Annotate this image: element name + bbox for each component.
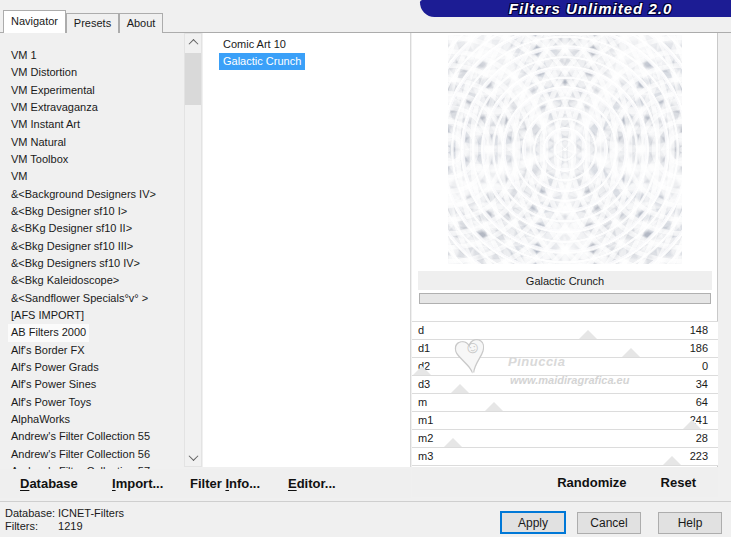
category-item[interactable]: AB Filters 2000 xyxy=(8,324,89,341)
tab-bar: Navigator Presets About Filters Unlimite… xyxy=(0,0,731,33)
filter-item[interactable]: Galactic Crunch xyxy=(219,53,305,70)
param-value: 148 xyxy=(690,324,708,336)
param-slider-row[interactable]: m64 xyxy=(412,394,718,412)
slider-thumb[interactable] xyxy=(444,438,462,447)
scrollbar-thumb[interactable] xyxy=(185,53,201,105)
param-slider-row[interactable]: d1186 xyxy=(412,340,718,358)
category-item[interactable]: VM xyxy=(8,168,31,185)
tab-navigator[interactable]: Navigator xyxy=(3,10,66,33)
preview-panel: Galactic Crunch d148d1186d20d334m64m1241… xyxy=(412,33,718,467)
status-filters-value: 1219 xyxy=(58,520,82,532)
status-filters-label: Filters: xyxy=(5,520,55,532)
param-slider-row[interactable]: d148 xyxy=(412,322,718,340)
status-bar: Database: ICNET-Filters Filters: 1219 Ap… xyxy=(0,502,731,537)
category-item[interactable]: Alf's Border FX xyxy=(8,342,88,359)
category-item[interactable]: Alf's Power Sines xyxy=(8,376,99,393)
chevron-down-icon xyxy=(188,451,198,461)
app-title: Filters Unlimited 2.0 xyxy=(509,0,673,17)
status-database: Database: ICNET-Filters xyxy=(5,507,124,519)
slider-thumb[interactable] xyxy=(485,402,503,411)
category-item[interactable]: Alf's Power Grads xyxy=(8,359,102,376)
param-name: d xyxy=(418,324,424,336)
param-name: d1 xyxy=(418,342,430,354)
category-item[interactable]: VM Natural xyxy=(8,134,69,151)
slider-thumb[interactable] xyxy=(683,420,701,429)
param-value: 0 xyxy=(702,360,708,372)
param-slider-row[interactable]: m3223 xyxy=(412,448,718,466)
category-item[interactable]: VM Distortion xyxy=(8,64,80,81)
chevron-up-icon xyxy=(188,39,198,49)
cancel-button[interactable]: Cancel xyxy=(577,512,641,534)
category-item[interactable]: &<Bkg Kaleidoscope> xyxy=(8,272,122,289)
status-database-value: ICNET-Filters xyxy=(58,507,124,519)
filter-info-button[interactable]: Filter Info... xyxy=(190,476,260,491)
category-item[interactable]: Alf's Power Toys xyxy=(8,394,94,411)
category-item[interactable]: &<Sandflower Specials°v° > xyxy=(8,290,151,307)
tab-about[interactable]: About xyxy=(119,13,163,33)
param-value: 34 xyxy=(696,378,708,390)
category-item[interactable]: VM Instant Art xyxy=(8,116,83,133)
category-item[interactable]: VM Extravaganza xyxy=(8,99,101,116)
apply-button[interactable]: Apply xyxy=(500,511,566,534)
param-name: m2 xyxy=(418,432,433,444)
help-button[interactable]: Help xyxy=(658,512,722,534)
category-item[interactable]: VM Experimental xyxy=(8,82,98,99)
slider-thumb[interactable] xyxy=(579,330,597,339)
category-item[interactable]: VM Toolbox xyxy=(8,151,71,168)
import-button[interactable]: Import... xyxy=(112,476,163,491)
category-item[interactable]: &<Bkg Designer sf10 III> xyxy=(8,238,136,255)
reset-button[interactable]: Reset xyxy=(661,475,696,490)
slider-thumb[interactable] xyxy=(413,366,431,375)
param-value: 186 xyxy=(690,342,708,354)
param-name: m xyxy=(418,396,427,408)
slider-thumb[interactable] xyxy=(622,348,640,357)
scroll-up-button[interactable] xyxy=(185,34,201,51)
preview-image xyxy=(448,35,682,264)
param-name: m1 xyxy=(418,414,433,426)
category-item[interactable]: &<BKg Designer sf10 II> xyxy=(8,220,135,237)
filter-list: Comic Art 10Galactic Crunch xyxy=(203,33,411,467)
category-item[interactable]: Andrew's Filter Collection 56 xyxy=(8,446,153,463)
param-value: 28 xyxy=(696,432,708,444)
randomize-row: Randomize Reset xyxy=(412,467,718,497)
status-filters: Filters: 1219 xyxy=(5,520,83,532)
category-item[interactable]: &<Bkg Designer sf10 I> xyxy=(8,203,130,220)
category-item[interactable]: VM 1 xyxy=(8,47,40,64)
title-banner: Filters Unlimited 2.0 xyxy=(420,0,731,17)
tab-presets[interactable]: Presets xyxy=(66,13,119,33)
category-scrollbar[interactable] xyxy=(184,33,202,467)
param-slider-row[interactable]: d334 xyxy=(412,376,718,394)
scroll-down-button[interactable] xyxy=(185,449,201,466)
slider-thumb[interactable] xyxy=(451,384,469,393)
parameter-sliders: d148d1186d20d334m64m1241m228m3223 xyxy=(412,321,718,466)
category-item[interactable]: &<Bkg Designers sf10 IV> xyxy=(8,255,143,272)
category-item[interactable]: &<Background Designers IV> xyxy=(8,186,159,203)
preview-progressbar xyxy=(419,293,711,304)
status-database-label: Database: xyxy=(5,507,55,519)
category-item[interactable]: [AFS IMPORT] xyxy=(8,307,87,324)
filter-item[interactable]: Comic Art 10 xyxy=(219,36,290,53)
param-name: d3 xyxy=(418,378,430,390)
param-slider-row[interactable]: m228 xyxy=(412,430,718,448)
slider-thumb[interactable] xyxy=(663,456,681,465)
category-item[interactable]: Andrew's Filter Collection 55 xyxy=(8,428,153,445)
database-button[interactable]: Database xyxy=(20,476,78,491)
category-item[interactable]: AlphaWorks xyxy=(8,411,73,428)
param-value: 223 xyxy=(690,450,708,462)
param-name: m3 xyxy=(418,450,433,462)
param-value: 64 xyxy=(696,396,708,408)
action-bar: DatabaseImport...Filter Info...Editor... xyxy=(0,469,411,498)
param-slider-row[interactable]: d20 xyxy=(412,358,718,376)
category-list: VM 1VM DistortionVM ExperimentalVM Extra… xyxy=(8,47,182,470)
preview-filter-name: Galactic Crunch xyxy=(418,271,712,290)
editor-button[interactable]: Editor... xyxy=(288,476,336,491)
param-slider-row[interactable]: m1241 xyxy=(412,412,718,430)
filters-unlimited-window: Navigator Presets About Filters Unlimite… xyxy=(0,0,731,537)
randomize-button[interactable]: Randomize xyxy=(557,475,626,490)
